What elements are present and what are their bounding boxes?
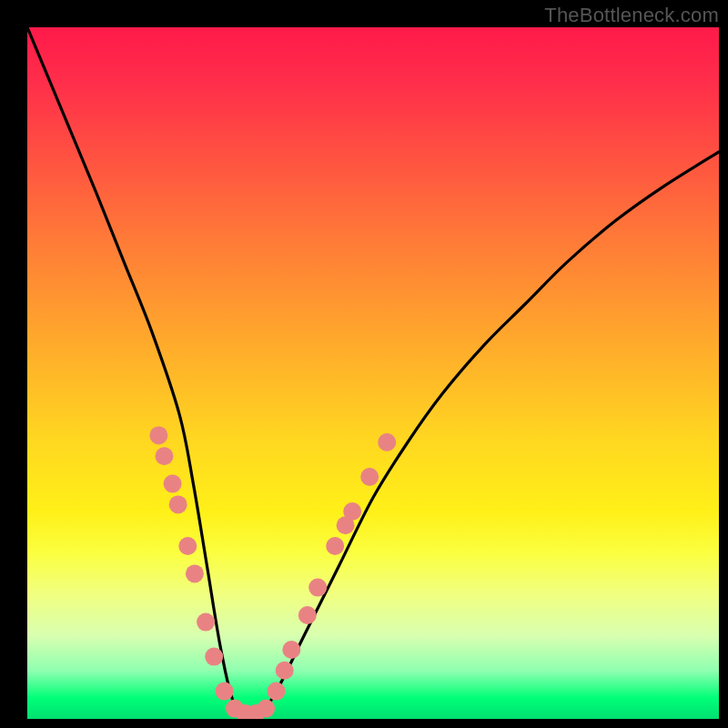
highlight-dot [282, 641, 300, 659]
highlight-dot [257, 700, 275, 718]
highlight-dot [169, 495, 187, 513]
highlight-dot [164, 475, 182, 493]
highlight-dot [360, 468, 379, 486]
highlight-dot [326, 537, 344, 555]
highlight-dot [343, 502, 361, 521]
highlight-dot [378, 433, 396, 451]
bottleneck-curve [27, 27, 719, 719]
highlight-dot [205, 648, 223, 666]
chart-container: TheBottleneck.com [0, 0, 728, 728]
curve-path [27, 27, 719, 719]
highlight-dots [149, 426, 396, 719]
highlight-dot [268, 682, 286, 701]
highlight-dot [298, 606, 317, 624]
highlight-dot [178, 537, 197, 555]
highlight-dot [155, 447, 173, 465]
highlight-dot [149, 426, 167, 444]
highlight-dot [308, 579, 327, 597]
highlight-dot [216, 682, 234, 701]
plot-area [27, 27, 719, 719]
chart-overlay-svg [27, 27, 719, 719]
highlight-dot [186, 564, 204, 582]
highlight-dot [197, 613, 215, 632]
watermark-text: TheBottleneck.com [544, 4, 719, 27]
highlight-dot [276, 662, 294, 680]
